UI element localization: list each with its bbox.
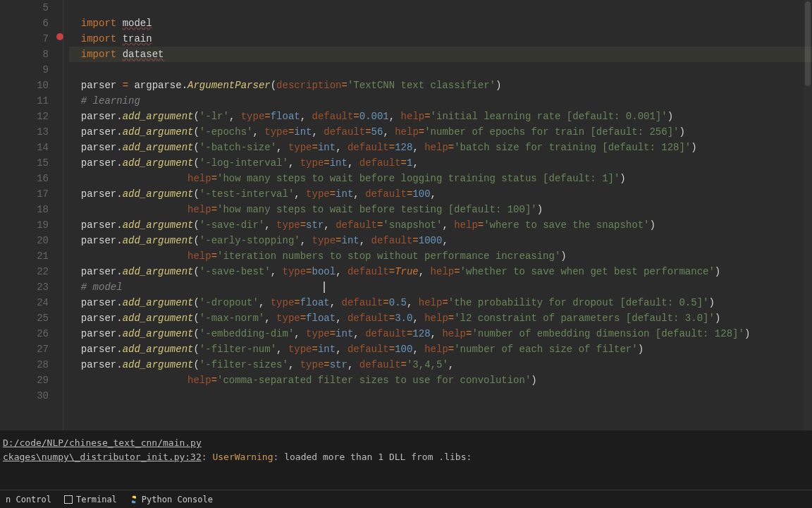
bottom-panel: D:/code/NLP/chinese_text_cnn/main.py cka… [0, 430, 812, 508]
python-console-label: Python Console [142, 495, 213, 504]
code-line-7[interactable]: import train [69, 31, 812, 47]
text-cursor [324, 282, 325, 293]
code-line-28[interactable]: parser.add_argument('-filter-sizes', typ… [69, 357, 812, 373]
line-number[interactable]: 12 [0, 109, 49, 124]
terminal-label: Terminal [76, 495, 117, 504]
code-line-5[interactable] [69, 0, 812, 16]
terminal-icon [64, 495, 73, 504]
line-number[interactable]: 5 [0, 0, 49, 16]
code-line-24[interactable]: parser.add_argument('-dropout', type=flo… [69, 295, 812, 310]
python-icon [130, 495, 138, 504]
line-number[interactable]: 28 [0, 357, 49, 373]
code-line-12[interactable]: parser.add_argument('-lr', type=float, d… [69, 109, 812, 124]
line-number[interactable]: 19 [0, 217, 49, 233]
line-number[interactable]: 30 [0, 388, 49, 404]
console-warning-line: ckages\numpy\_distributor_init.py:32: Us… [3, 450, 809, 464]
line-number[interactable]: 29 [0, 373, 49, 388]
line-number[interactable]: 16 [0, 171, 49, 186]
python-console-tab[interactable]: Python Console [130, 495, 213, 504]
code-line-13[interactable]: parser.add_argument('-epochs', type=int,… [69, 124, 812, 140]
code-line-27[interactable]: parser.add_argument('-filter-num', type=… [69, 341, 812, 357]
line-number[interactable]: 20 [0, 233, 49, 248]
editor-scrollbar[interactable] [804, 0, 812, 430]
code-line-18[interactable]: help='how many steps to wait before test… [69, 202, 812, 217]
code-line-11[interactable]: # learning [69, 93, 812, 109]
code-line-9[interactable] [69, 62, 812, 78]
line-number[interactable]: 21 [0, 248, 49, 264]
line-number[interactable]: 14 [0, 140, 49, 155]
code-line-30[interactable] [69, 388, 812, 404]
line-number[interactable]: 6 [0, 16, 49, 31]
code-line-22[interactable]: parser.add_argument('-save-best', type=b… [69, 264, 812, 279]
code-line-19[interactable]: parser.add_argument('-save-dir', type=st… [69, 217, 812, 233]
code-line-10[interactable]: parser = argparse.ArgumentParser(descrip… [69, 78, 812, 93]
console-script-path[interactable]: D:/code/NLP/chinese_text_cnn/main.py [3, 436, 809, 450]
version-control-label: n Control [6, 495, 51, 504]
code-line-16[interactable]: help='how many steps to wait before logg… [69, 171, 812, 186]
line-number[interactable]: 17 [0, 186, 49, 202]
code-line-15[interactable]: parser.add_argument('-log-interval', typ… [69, 155, 812, 171]
code-line-8[interactable]: import dataset [69, 47, 812, 62]
code-line-29[interactable]: help='comma-separated filter sizes to us… [69, 373, 812, 388]
line-number[interactable]: 25 [0, 310, 49, 326]
version-control-tab[interactable]: n Control [6, 495, 51, 504]
code-line-26[interactable]: parser.add_argument('-embedding-dim', ty… [69, 326, 812, 341]
line-number[interactable]: 26 [0, 326, 49, 341]
scrollbar-thumb[interactable] [805, 1, 811, 86]
code-line-17[interactable]: parser.add_argument('-test-interval', ty… [69, 186, 812, 202]
tool-window-bar: n Control Terminal Python Console [0, 490, 812, 508]
line-number[interactable]: 23 [0, 279, 49, 295]
code-line-14[interactable]: parser.add_argument('-batch-size', type=… [69, 140, 812, 155]
breakpoint-marker[interactable] [56, 33, 63, 40]
line-number[interactable]: 24 [0, 295, 49, 310]
line-number[interactable]: 11 [0, 93, 49, 109]
console-warning-location[interactable]: ckages\numpy\_distributor_init.py:32 [3, 452, 202, 462]
line-number[interactable]: 9 [0, 62, 49, 78]
console-warning-message: loaded more than 1 DLL from .libs: [284, 452, 472, 462]
code-area[interactable]: import model import train import dataset… [63, 0, 812, 430]
code-line-23[interactable]: # model [69, 279, 812, 295]
console-warning-class: UserWarning [212, 452, 273, 462]
code-line-21[interactable]: help='iteration numbers to stop without … [69, 248, 812, 264]
code-editor[interactable]: 5678910111213141516171819202122232425262… [0, 0, 812, 430]
line-number[interactable]: 27 [0, 341, 49, 357]
line-number[interactable]: 7 [0, 31, 49, 47]
code-line-20[interactable]: parser.add_argument('-early-stopping', t… [69, 233, 812, 248]
line-number[interactable]: 10 [0, 78, 49, 93]
terminal-tab[interactable]: Terminal [64, 495, 117, 504]
line-number[interactable]: 8 [0, 47, 49, 62]
line-number[interactable]: 15 [0, 155, 49, 171]
line-number[interactable]: 13 [0, 124, 49, 140]
line-number[interactable]: 22 [0, 264, 49, 279]
line-number[interactable]: 18 [0, 202, 49, 217]
code-line-25[interactable]: parser.add_argument('-max-norm', type=fl… [69, 310, 812, 326]
line-number-gutter[interactable]: 5678910111213141516171819202122232425262… [0, 0, 63, 430]
run-console[interactable]: D:/code/NLP/chinese_text_cnn/main.py cka… [0, 430, 812, 464]
code-line-6[interactable]: import model [69, 16, 812, 31]
